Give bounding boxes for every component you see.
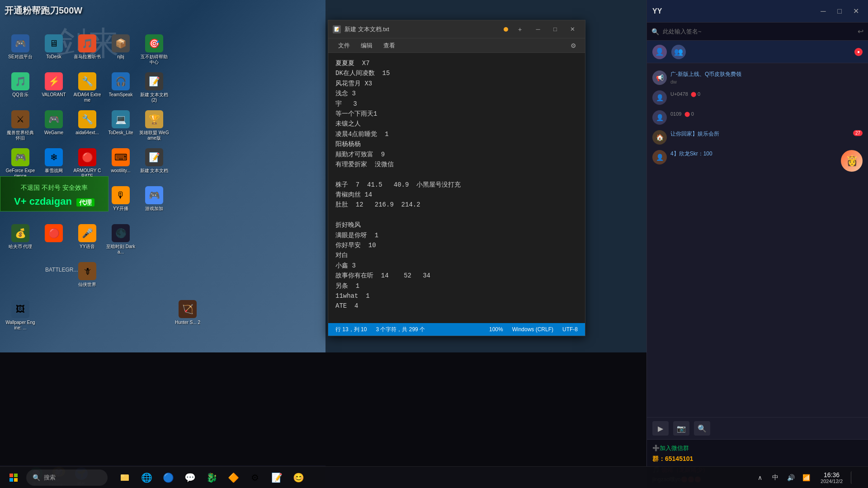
desktop-icon-blank14[interactable] xyxy=(71,297,103,333)
taskbar-search[interactable]: 🔍 搜索 xyxy=(26,469,108,486)
show-desktop-btn[interactable] xyxy=(851,471,863,484)
desktop-icon-yy-music[interactable]: 🎤YY语音 xyxy=(71,221,103,258)
icon-label-lol: 英雄联盟 WeGame版 xyxy=(139,130,169,141)
taskbar-explorer[interactable] xyxy=(115,468,135,488)
systray-volume[interactable]: 🔊 xyxy=(784,471,797,484)
chat-item-2[interactable]: 👤 U+0478 ⬤ 0 xyxy=(647,88,868,108)
desktop-icon-xianxia[interactable]: 🗡仙侠世界 xyxy=(71,259,103,296)
taskbar-app6[interactable]: 🔶 xyxy=(223,468,243,488)
chat-item-2-preview: U+0478 ⬤ 0 xyxy=(670,91,863,97)
icon-img-todesk: 🖥 xyxy=(45,34,63,52)
desktop-icon-blank10[interactable] xyxy=(105,259,137,296)
chat-item-5[interactable]: 👤 4】欣龙Skr：100 👸 xyxy=(647,147,868,174)
desktop-icon-blank13[interactable] xyxy=(38,297,70,333)
chat-item-3[interactable]: 👤 0109 ⬤ 0 xyxy=(647,108,868,127)
desktop-icon-newfile2[interactable]: 📝新建 文本文档 xyxy=(138,145,170,182)
icon-img-momo: 🔴 xyxy=(45,224,63,242)
desktop-icon-todesk[interactable]: 🖥ToDesk xyxy=(38,32,70,68)
notepad-new-tab-btn[interactable]: + xyxy=(514,24,526,35)
icon-img-todesk-lite: 💻 xyxy=(112,110,130,128)
desktop-icon-hf-agent[interactable]: 💰哈夫币 代理 xyxy=(5,221,36,258)
desktop-icon-valorant[interactable]: ⚡VALORANT xyxy=(38,70,70,106)
taskbar-app3[interactable]: 🔵 xyxy=(158,468,178,488)
taskbar-app9[interactable]: 😊 xyxy=(288,468,308,488)
systray-network[interactable]: 📶 xyxy=(800,471,812,484)
desktop-icon-blank3[interactable] xyxy=(172,108,203,144)
desktop-icon-yy[interactable]: 🎙YY开播 xyxy=(105,183,137,220)
notepad-titlebar: 📝 新建 文本文档.txt + ─ □ ✕ xyxy=(328,20,585,38)
desktop-icon-todesk-lite[interactable]: 💻ToDesk_Lite xyxy=(105,108,137,144)
right-panel-minimize-btn[interactable]: ─ xyxy=(816,5,830,18)
right-panel-maximize-btn[interactable]: □ xyxy=(833,5,846,18)
desktop-icon-wegame[interactable]: 🎮WeGame xyxy=(38,108,70,144)
desktop-icon-qqmusic[interactable]: 🎵QQ音乐 xyxy=(5,70,36,106)
desktop-icon-njbj[interactable]: 📦njbj xyxy=(105,32,137,68)
systray-lang[interactable]: 中 xyxy=(769,471,782,484)
taskbar-app5[interactable]: 🐉 xyxy=(202,468,222,488)
desktop-icon-aida64[interactable]: 🔧AIDA64 Extreme xyxy=(71,70,103,106)
icon-img-dark-app: 🌑 xyxy=(112,224,130,242)
systray-expand[interactable]: ∧ xyxy=(754,471,766,484)
desktop-icon-teamspeak[interactable]: 🎧TeamSpeak xyxy=(105,70,137,106)
right-panel-back-btn[interactable]: ↩ xyxy=(858,27,863,36)
desktop-icon-blank6[interactable] xyxy=(138,221,170,258)
desktop-icon-blank1[interactable] xyxy=(172,32,203,68)
wechat-group-link[interactable]: ➕加入微信群 xyxy=(652,444,863,452)
clock-time: 16:36 xyxy=(821,471,843,479)
chat-item-3-avatar: 👤 xyxy=(652,110,667,125)
taskbar-app7[interactable]: ⚙ xyxy=(245,468,265,488)
notepad-menu-edit[interactable]: 编辑 xyxy=(356,40,377,52)
taskbar-app8[interactable]: 📝 xyxy=(267,468,287,488)
system-clock[interactable]: 16:36 2024/12/2 xyxy=(817,470,846,485)
chat-item-promo[interactable]: 📢 广-新版上线、Q币皮肤免费领 dw xyxy=(647,68,868,88)
right-panel-close-btn[interactable]: ✕ xyxy=(849,5,863,18)
desktop-icon-se-platform[interactable]: 🎮SE对战平台 xyxy=(5,32,36,68)
desktop-icon-blank16[interactable] xyxy=(138,297,170,333)
windows-taskbar: 🔍 搜索 🌐 🔵 💬 🐉 🔶 ⚙ 📝 😊 ∧ 中 🔊 📶 16:36 2024/… xyxy=(0,466,868,488)
desktop-icon-blank4[interactable] xyxy=(172,145,203,182)
notepad-content-area[interactable]: 夏夏夏 X7 DK在人间凌数 15 风花雪月 X3 浅念 3 宇 3 等一个下雨… xyxy=(328,53,585,323)
chat-item-3-body: 0109 ⬤ 0 xyxy=(670,110,863,117)
desktop-icon-youxi[interactable]: 🎮游戏加加 xyxy=(138,183,170,220)
desktop-icon-blank5[interactable] xyxy=(172,183,203,220)
notepad-close-btn[interactable]: ✕ xyxy=(564,22,580,37)
notepad-minimize-btn[interactable]: ─ xyxy=(530,22,546,37)
desktop-icon-blank11[interactable] xyxy=(138,259,170,296)
notepad-line-ending: Windows (CRLF) xyxy=(512,326,553,333)
desktop-icon-wegame2[interactable]: 🎯互不妨碍帮助中心 xyxy=(138,32,170,68)
desktop-icon-magic-world[interactable]: ⚔魔兽世界经典怀旧 xyxy=(5,108,36,144)
right-panel-header: YY ─ □ ✕ xyxy=(647,0,868,23)
desktop-icon-wallpaper-engine[interactable]: 🖼Wallpaper Engine: ... xyxy=(5,297,36,333)
desktop-icon-aida64ext[interactable]: 🔧aida64ext... xyxy=(71,108,103,144)
desktop-icon-blank12[interactable] xyxy=(172,259,203,296)
icon-img-magic-world: ⚔ xyxy=(11,110,29,128)
desktop-icon-lol[interactable]: 🏆英雄联盟 WeGame版 xyxy=(138,108,170,144)
notepad-settings-btn[interactable]: ⚙ xyxy=(567,39,580,52)
chat-item-4[interactable]: 🏠 让你回家】娱乐会所 27 xyxy=(647,127,868,147)
desktop-icon-ximalaya[interactable]: 🎵喜马拉雅听书 xyxy=(71,32,103,68)
desktop-icon-newfile[interactable]: 📝新建 文本文档 (2) xyxy=(138,70,170,106)
desktop-icon-dark-app[interactable]: 🌑至暗时刻 Dark a... xyxy=(105,221,137,258)
media-camera-btn[interactable]: 📷 xyxy=(673,421,689,436)
desktop-icon-blank7[interactable] xyxy=(172,221,203,258)
notepad-maximize-btn[interactable]: □ xyxy=(547,22,563,37)
right-panel-search-input[interactable] xyxy=(663,28,854,35)
taskbar-edge[interactable]: 🌐 xyxy=(137,468,156,488)
chat-item-2-avatar: 👤 xyxy=(652,90,667,105)
media-search-btn[interactable]: 🔍 xyxy=(694,421,710,436)
taskbar-apps: 🌐 🔵 💬 🐉 🔶 ⚙ 📝 😊 xyxy=(115,468,308,488)
desktop-icon-blank9[interactable] xyxy=(38,259,70,296)
desktop-icon-blank8[interactable] xyxy=(5,259,36,296)
desktop-icon-wootiity[interactable]: ⌨wootility... xyxy=(105,145,137,182)
icon-img-wegame: 🎮 xyxy=(45,110,63,128)
chat-item-3-preview: 0109 ⬤ 0 xyxy=(670,111,863,117)
desktop-icon-blank15[interactable] xyxy=(105,297,137,333)
notepad-menu-view[interactable]: 查看 xyxy=(379,40,400,52)
desktop-icon-blank2[interactable] xyxy=(172,70,203,106)
desktop-icon-momo[interactable]: 🔴 xyxy=(38,221,70,258)
desktop-icon-hunter-s2[interactable]: 🏹Hunter S... 2 xyxy=(172,297,203,333)
start-button[interactable] xyxy=(5,469,23,487)
taskbar-wechat[interactable]: 💬 xyxy=(180,468,200,488)
media-play-btn[interactable]: ▶ xyxy=(652,421,669,436)
notepad-menu-file[interactable]: 文件 xyxy=(334,40,354,52)
